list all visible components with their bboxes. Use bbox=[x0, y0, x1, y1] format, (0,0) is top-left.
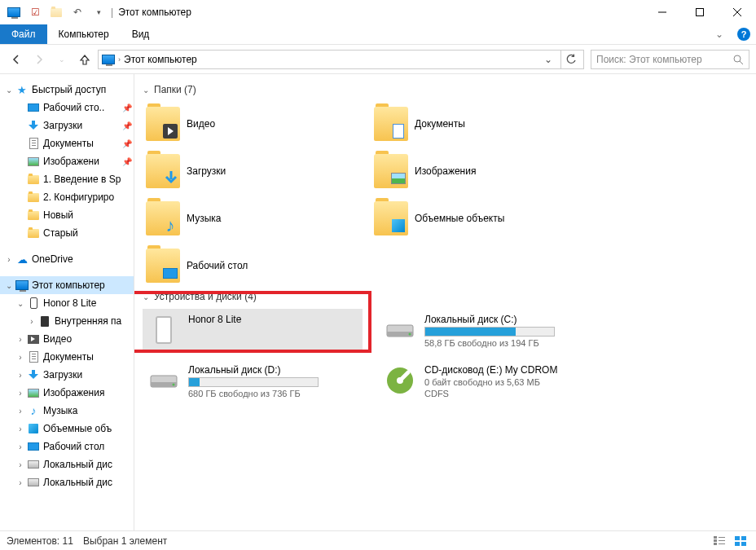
sidebar-pc-item[interactable]: ›Изображения bbox=[0, 384, 134, 402]
group-drives[interactable]: ⌄ Устройства и диски (4) bbox=[143, 291, 756, 302]
chevron-right-icon[interactable]: › bbox=[15, 478, 26, 487]
qat-properties-icon[interactable]: ☑ bbox=[26, 3, 44, 21]
close-button[interactable] bbox=[719, 0, 756, 24]
folder-icon bbox=[146, 154, 180, 188]
content-pane: ⌄ Папки (7) ВидеоДокументыЗагрузкиИзобра… bbox=[134, 74, 756, 530]
sidebar-pc-item[interactable]: ›Локальный дис bbox=[0, 455, 134, 473]
chevron-right-icon[interactable]: › bbox=[15, 460, 26, 469]
phone-icon bbox=[26, 297, 41, 310]
sidebar-pc-item[interactable]: ›Локальный дис bbox=[0, 473, 134, 491]
sidebar-quick-item[interactable]: Новый bbox=[0, 206, 134, 224]
breadcrumb-item[interactable]: Этот компьютер bbox=[124, 54, 197, 65]
folder-item[interactable]: ♪Музыка bbox=[143, 196, 363, 240]
sidebar-quick-item[interactable]: 2. Конфигуриро bbox=[0, 188, 134, 206]
sidebar-quick-item[interactable]: Загрузки📌 bbox=[0, 117, 134, 134]
sidebar-this-pc[interactable]: ⌄ Этот компьютер bbox=[0, 276, 134, 294]
drive-item[interactable]: Локальный диск (D:)680 ГБ свободно из 73… bbox=[143, 359, 363, 403]
sidebar-quick-access[interactable]: ⌄ ★ Быстрый доступ bbox=[0, 81, 134, 99]
drive-sub: 0 байт свободно из 5,63 МБ bbox=[424, 377, 594, 387]
svg-point-11 bbox=[173, 384, 175, 386]
ribbon-collapse-icon[interactable]: ⌄ bbox=[707, 24, 732, 44]
folder-item[interactable]: Загрузки bbox=[143, 149, 363, 193]
file-tab[interactable]: Файл bbox=[0, 24, 47, 44]
qat-undo-icon[interactable]: ↶ bbox=[68, 3, 86, 21]
drive-item[interactable]: Локальный диск (C:)58,8 ГБ свободно из 1… bbox=[379, 309, 599, 353]
tab-view[interactable]: Вид bbox=[121, 24, 161, 44]
sidebar-quick-item[interactable]: 1. Введение в Sp bbox=[0, 170, 134, 188]
breadcrumb[interactable]: › Этот компьютер ⌄ bbox=[98, 50, 584, 69]
folder-label: Загрузки bbox=[187, 165, 226, 177]
statusbar: Элементов: 11 Выбран 1 элемент bbox=[0, 530, 756, 550]
chevron-right-icon[interactable]: › bbox=[15, 407, 26, 416]
qat-dropdown-icon[interactable]: ▾ bbox=[90, 3, 108, 21]
sidebar-phone-storage[interactable]: › Внутренняя па bbox=[0, 312, 134, 330]
help-button[interactable]: ? bbox=[732, 24, 756, 44]
maximize-button[interactable] bbox=[681, 0, 719, 24]
forward-button[interactable] bbox=[29, 50, 49, 69]
music-icon: ♪ bbox=[26, 404, 41, 417]
sidebar-pc-item[interactable]: ›Загрузки bbox=[0, 366, 134, 384]
folder-icon bbox=[146, 249, 180, 283]
drive-name: Honor 8 Lite bbox=[188, 314, 358, 325]
chevron-down-icon[interactable]: ⌄ bbox=[3, 281, 15, 290]
folder-label: Документы bbox=[415, 118, 465, 130]
sidebar-quick-item[interactable]: Старый bbox=[0, 224, 134, 242]
chevron-right-icon[interactable]: › bbox=[15, 442, 26, 451]
view-details-button[interactable] bbox=[710, 534, 728, 548]
sidebar-pc-item[interactable]: ›Видео bbox=[0, 330, 134, 348]
chevron-right-icon[interactable]: › bbox=[15, 425, 26, 433]
star-icon: ★ bbox=[15, 83, 29, 96]
address-dropdown-icon[interactable]: ⌄ bbox=[541, 54, 556, 65]
sidebar-pc-item[interactable]: ›Документы bbox=[0, 348, 134, 366]
folder-label: Объемные объекты bbox=[415, 213, 504, 224]
sidebar-pc-item[interactable]: ›♪Музыка bbox=[0, 402, 134, 420]
video-icon bbox=[26, 332, 41, 345]
sidebar-quick-item[interactable]: Рабочий сто..📌 bbox=[0, 99, 134, 117]
back-button[interactable] bbox=[7, 50, 26, 69]
svg-rect-23 bbox=[741, 542, 746, 546]
view-icons-button[interactable] bbox=[732, 534, 749, 548]
chevron-right-icon[interactable]: › bbox=[3, 255, 15, 264]
folder-item[interactable]: Рабочий стол bbox=[143, 244, 363, 288]
sidebar-quick-item[interactable]: Документы📌 bbox=[0, 134, 134, 152]
folder-item[interactable]: Объемные объекты bbox=[371, 196, 591, 240]
sidebar-pc-item[interactable]: ›Объемные объ bbox=[0, 420, 134, 438]
up-button[interactable] bbox=[75, 50, 94, 69]
sidebar-pc-item[interactable]: ›Рабочий стол bbox=[0, 438, 134, 455]
refresh-button[interactable] bbox=[560, 51, 580, 68]
svg-rect-22 bbox=[735, 542, 740, 546]
folder-item[interactable]: Изображения bbox=[371, 149, 591, 193]
sd-icon bbox=[37, 315, 52, 328]
cloud-icon: ☁ bbox=[15, 253, 29, 266]
chevron-right-icon[interactable]: › bbox=[15, 353, 26, 362]
drive-item[interactable]: Honor 8 Lite bbox=[143, 309, 363, 353]
chevron-down-icon[interactable]: ⌄ bbox=[3, 86, 15, 95]
search-input[interactable]: Поиск: Этот компьютер bbox=[591, 50, 749, 69]
chevron-right-icon[interactable]: › bbox=[15, 371, 26, 380]
folder-icon bbox=[26, 191, 41, 204]
drive-usage-bar bbox=[424, 327, 555, 337]
sidebar-onedrive[interactable]: › ☁ OneDrive bbox=[0, 250, 134, 268]
group-folders[interactable]: ⌄ Папки (7) bbox=[143, 84, 756, 95]
minimize-button[interactable] bbox=[644, 0, 681, 24]
download-icon bbox=[26, 119, 41, 132]
sidebar-phone[interactable]: ⌄ Honor 8 Lite bbox=[0, 294, 134, 312]
folder-item[interactable]: Видео bbox=[143, 102, 363, 146]
pc-icon bbox=[15, 279, 29, 292]
phone-icon bbox=[147, 314, 180, 346]
sidebar-quick-item[interactable]: Изображени📌 bbox=[0, 152, 134, 170]
chevron-down-icon[interactable]: ⌄ bbox=[15, 299, 26, 308]
svg-rect-1 bbox=[697, 9, 704, 16]
drive-usage-bar bbox=[188, 377, 319, 387]
chevron-right-icon[interactable]: › bbox=[26, 317, 37, 326]
qat-newfolder-icon[interactable] bbox=[47, 3, 65, 21]
tab-computer[interactable]: Компьютер bbox=[47, 24, 121, 44]
svg-rect-19 bbox=[719, 543, 725, 544]
recent-dropdown[interactable]: ⌄ bbox=[52, 50, 72, 69]
drive-sub2: CDFS bbox=[424, 389, 594, 398]
drive-item[interactable]: CD-дисковод (E:) My CDROM0 байт свободно… bbox=[379, 359, 599, 403]
chevron-right-icon[interactable]: › bbox=[15, 335, 26, 344]
folder-icon bbox=[374, 107, 408, 141]
folder-item[interactable]: Документы bbox=[371, 102, 591, 146]
chevron-right-icon[interactable]: › bbox=[15, 389, 26, 398]
